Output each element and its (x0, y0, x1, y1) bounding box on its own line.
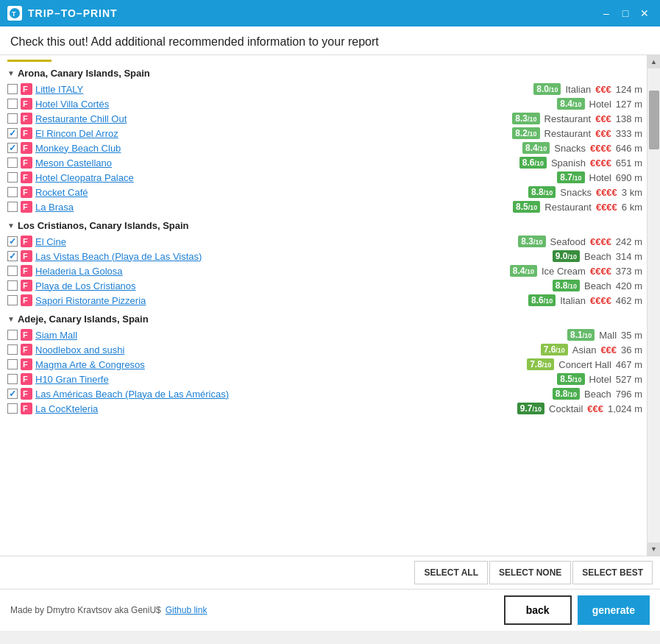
item-distance: 646 m (616, 143, 642, 154)
item-distance: 651 m (616, 158, 642, 169)
github-link[interactable]: Github link (166, 605, 207, 615)
item-name[interactable]: Sapori Ristorante Pizzeria (35, 295, 146, 306)
rating-badge: 8.5/10 (557, 373, 584, 385)
checkbox-2-5[interactable] (7, 403, 18, 414)
checkbox-1-1[interactable]: ✓ (7, 251, 18, 261)
scroll-up-arrow[interactable]: ▲ (647, 55, 661, 68)
close-button[interactable]: ✕ (636, 5, 653, 21)
item-name[interactable]: Siam Mall (35, 330, 77, 341)
checkbox-0-0[interactable] (7, 84, 18, 94)
item-category: Beach (584, 251, 611, 262)
select-best-button[interactable]: SELECT BEST (572, 561, 653, 584)
checkbox-1-4[interactable] (7, 295, 18, 305)
checkbox-0-7[interactable] (7, 187, 18, 197)
item-name[interactable]: Hotel Villa Cortés (35, 99, 109, 110)
item-name[interactable]: La Brasa (35, 202, 74, 213)
item-info: 7.6/10Asian€€€36 m (541, 344, 647, 355)
item-distance: 1,024 m (608, 403, 642, 414)
list-item: FRocket Café8.8/10Snacks€€€€3 km (7, 185, 647, 199)
item-price: €€€€ (596, 202, 617, 213)
scrollbar[interactable]: ▲ ▼ (647, 55, 660, 556)
item-info: 8.6/10Italian€€€€462 m (528, 294, 647, 306)
item-info: 8.8/10Beach796 m (553, 388, 647, 400)
scroll-thumb[interactable] (649, 91, 659, 149)
item-name[interactable]: H10 Gran Tinerfe (35, 374, 109, 385)
item-name[interactable]: Playa de Los Cristianos (35, 280, 136, 291)
foursquare-icon: F (21, 236, 32, 247)
svg-text:F: F (23, 375, 28, 383)
item-info: 8.1/10Mall35 m (567, 329, 647, 341)
item-name[interactable]: El Cine (35, 236, 66, 247)
item-info: 8.6/10Spanish€€€€651 m (519, 157, 647, 169)
checkbox-2-0[interactable] (7, 330, 18, 340)
item-info: 8.8/10Beach420 m (553, 280, 647, 291)
checkbox-1-2[interactable] (7, 266, 18, 276)
item-name[interactable]: El Rincon Del Arroz (35, 128, 118, 139)
section-triangle-0[interactable]: ▼ (7, 69, 15, 77)
item-name[interactable]: Little ITALY (35, 84, 83, 95)
item-category: Restaurant (544, 128, 592, 139)
list-item: FMagma Arte & Congresos7.8/10Concert Hal… (7, 357, 647, 372)
list-item: FLittle ITALY8.0/10Italian€€€124 m (7, 82, 647, 96)
checkbox-0-4[interactable]: ✓ (7, 143, 18, 153)
item-distance: 462 m (616, 295, 642, 306)
checkbox-2-4[interactable]: ✓ (7, 389, 18, 399)
checkbox-2-3[interactable] (7, 374, 18, 384)
list-item: FHeladeria La Golosa8.4/10Ice Cream€€€€3… (7, 263, 647, 278)
bottom-buttons: SELECT ALL SELECT NONE SELECT BEST (0, 556, 660, 589)
item-category: Hotel (589, 99, 611, 110)
back-button[interactable]: back (504, 595, 572, 625)
item-name[interactable]: Noodlebox and sushi (35, 344, 124, 355)
minimize-button[interactable]: – (598, 5, 614, 21)
svg-text:F: F (23, 345, 28, 354)
item-info: 8.3/10Restaurant€€€138 m (512, 113, 647, 124)
checkbox-0-8[interactable] (7, 202, 18, 212)
item-info: 8.2/10Restaurant€€€333 m (512, 127, 647, 139)
section-triangle-2[interactable]: ▼ (7, 315, 15, 323)
checkbox-0-5[interactable] (7, 158, 18, 168)
checkbox-0-2[interactable] (7, 113, 18, 124)
item-info: 9.0/10Beach314 m (553, 250, 647, 262)
item-info: 8.4/10Hotel127 m (557, 98, 647, 110)
item-name[interactable]: Las Américas Beach (Playa de Las América… (35, 389, 229, 400)
item-name[interactable]: Rocket Café (35, 187, 88, 198)
checkbox-0-6[interactable] (7, 172, 18, 183)
item-category: Hotel (589, 172, 611, 183)
item-name[interactable]: Monkey Beach Club (35, 143, 121, 154)
item-name[interactable]: Las Vistas Beach (Playa de Las Vistas) (35, 251, 202, 262)
checkbox-1-3[interactable] (7, 280, 18, 291)
checkbox-2-1[interactable] (7, 344, 18, 355)
svg-text:F: F (23, 188, 28, 197)
item-info: 8.4/10Ice Cream€€€€373 m (510, 265, 647, 277)
checkbox-2-2[interactable] (7, 359, 18, 369)
item-name[interactable]: Hotel Cleopatra Palace (35, 172, 134, 183)
rating-badge: 7.8/10 (527, 358, 554, 370)
item-distance: 124 m (616, 84, 642, 95)
checkbox-0-3[interactable]: ✓ (7, 128, 18, 138)
svg-text:F: F (23, 281, 28, 290)
scroll-down-arrow[interactable]: ▼ (647, 542, 661, 556)
select-none-button[interactable]: SELECT NONE (489, 561, 571, 584)
maximize-button[interactable]: □ (617, 5, 634, 21)
item-category: Spanish (551, 158, 586, 169)
item-name[interactable]: Heladeria La Golosa (35, 266, 123, 277)
item-info: 8.5/10Hotel527 m (557, 373, 647, 385)
checkbox-1-0[interactable]: ✓ (7, 236, 18, 247)
item-name[interactable]: Meson Castellano (35, 158, 112, 169)
item-distance: 138 m (616, 113, 642, 124)
generate-button[interactable]: generate (578, 595, 650, 625)
section-triangle-1[interactable]: ▼ (7, 222, 15, 230)
checkbox-0-1[interactable] (7, 99, 18, 109)
select-all-button[interactable]: SELECT ALL (414, 561, 488, 584)
item-name[interactable]: Restaurante Chill Out (35, 113, 127, 124)
foursquare-icon: F (21, 280, 32, 291)
item-info: 8.5/10Restaurant€€€€6 km (513, 201, 647, 213)
foursquare-icon: F (21, 83, 32, 95)
rating-badge: 8.0/10 (533, 83, 561, 95)
item-name[interactable]: La CocKteleria (35, 403, 98, 414)
item-price: €€€ (595, 84, 611, 95)
item-name[interactable]: Magma Arte & Congresos (35, 359, 145, 370)
item-distance: 333 m (616, 128, 642, 139)
item-distance: 467 m (616, 359, 642, 370)
list-area[interactable]: ▼Arona, Canary Islands, SpainFLittle ITA… (0, 55, 647, 556)
